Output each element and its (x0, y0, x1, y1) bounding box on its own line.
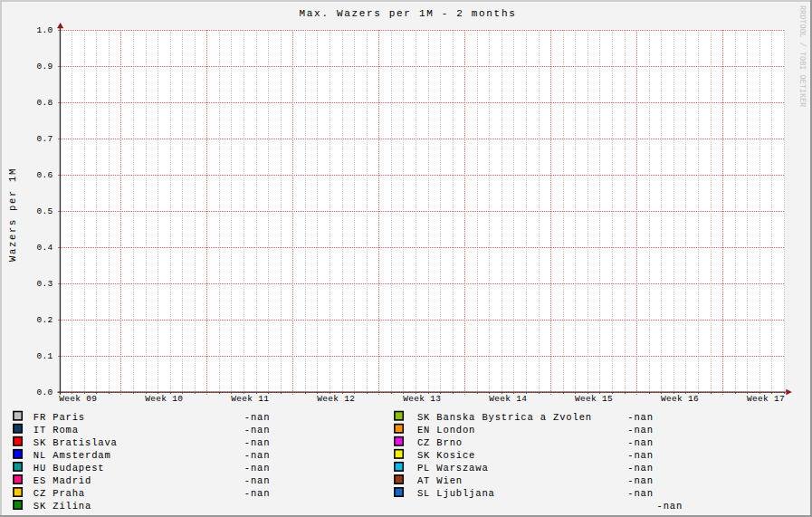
svg-text:RRDTOOL / TOBI OETIKER: RRDTOOL / TOBI OETIKER (798, 5, 807, 107)
svg-text:EN London: EN London (417, 425, 475, 436)
svg-text:Week 12: Week 12 (317, 394, 355, 404)
svg-text:SK Bratislava: SK Bratislava (33, 437, 118, 448)
svg-text:0.5: 0.5 (36, 206, 53, 216)
svg-text:AT Wien: AT Wien (417, 475, 463, 486)
svg-text:-nan: -nan (244, 412, 271, 423)
svg-text:-nan: -nan (244, 463, 271, 474)
svg-text:SK Kosice: SK Kosice (417, 450, 475, 461)
svg-text:-nan: -nan (627, 463, 654, 474)
svg-text:-nan: -nan (627, 412, 654, 423)
svg-text:IT Roma: IT Roma (33, 425, 79, 436)
svg-text:SK Banska Bystrica a Zvolen: SK Banska Bystrica a Zvolen (417, 412, 592, 423)
svg-text:0.1: 0.1 (36, 351, 53, 361)
svg-text:CZ Praha: CZ Praha (33, 488, 85, 499)
svg-text:-nan: -nan (627, 450, 654, 461)
svg-text:0.9: 0.9 (36, 62, 53, 72)
svg-text:1.0: 1.0 (36, 25, 53, 35)
svg-text:FR Paris: FR Paris (33, 412, 85, 423)
svg-text:-nan: -nan (627, 475, 654, 486)
svg-text:Week 10: Week 10 (145, 394, 183, 404)
svg-text:-nan: -nan (244, 475, 271, 486)
svg-text:NL Amsterdam: NL Amsterdam (33, 450, 111, 461)
svg-text:-nan: -nan (244, 450, 271, 461)
svg-text:-nan: -nan (244, 488, 271, 499)
svg-text:PL Warszawa: PL Warszawa (417, 463, 489, 474)
svg-text:0.4: 0.4 (36, 243, 53, 253)
svg-text:Wazers per 1M: Wazers per 1M (7, 168, 18, 262)
svg-text:-nan: -nan (627, 488, 654, 499)
svg-text:0.2: 0.2 (36, 315, 53, 325)
svg-text:0.3: 0.3 (36, 279, 53, 289)
svg-text:-nan: -nan (657, 501, 683, 512)
svg-text:Week 13: Week 13 (403, 394, 441, 404)
svg-text:Week 17: Week 17 (747, 394, 785, 404)
svg-text:Week 14: Week 14 (489, 394, 527, 404)
svg-text:-nan: -nan (627, 425, 654, 436)
svg-text:-nan: -nan (244, 425, 271, 436)
svg-text:Week 16: Week 16 (661, 394, 699, 404)
svg-text:0.8: 0.8 (36, 98, 53, 108)
svg-text:Week 11: Week 11 (231, 394, 269, 404)
svg-text:0.6: 0.6 (36, 170, 53, 180)
svg-text:-nan: -nan (627, 437, 654, 448)
svg-text:CZ Brno: CZ Brno (417, 437, 463, 448)
svg-text:0.0: 0.0 (36, 388, 53, 397)
svg-text:0.7: 0.7 (36, 134, 53, 144)
svg-text:Max. Wazers per 1M - 2 months: Max. Wazers per 1M - 2 months (300, 8, 517, 19)
svg-text:SK Zilina: SK Zilina (33, 501, 91, 512)
svg-text:Week 15: Week 15 (575, 394, 613, 404)
svg-text:SL Ljubljana: SL Ljubljana (417, 488, 495, 499)
svg-text:ES Madrid: ES Madrid (33, 475, 91, 486)
svg-text:-nan: -nan (244, 437, 271, 448)
svg-text:HU Budapest: HU Budapest (33, 463, 105, 474)
svg-text:Week 09: Week 09 (59, 394, 97, 404)
